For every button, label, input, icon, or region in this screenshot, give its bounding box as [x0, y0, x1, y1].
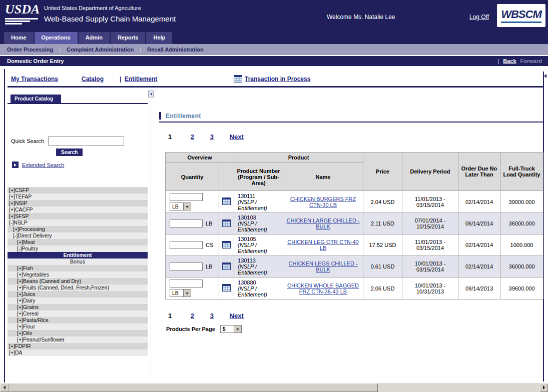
- product-number: 130880: [238, 280, 279, 286]
- uom-select[interactable]: LB: [170, 202, 191, 210]
- quantity-input[interactable]: [170, 241, 203, 249]
- scroll-right-button[interactable]: [539, 384, 548, 392]
- tree-item-tefap[interactable]: [+]TEFAP: [8, 194, 148, 200]
- program-subarea: (NSLP / Entitlement): [238, 199, 279, 211]
- product-name-link[interactable]: CHICKEN LEG QTR CTN-40 LB: [287, 239, 358, 251]
- add-to-transaction-icon[interactable]: [222, 262, 231, 270]
- tab-admin[interactable]: Admin: [79, 32, 110, 44]
- transaction-in-process-icon[interactable]: [234, 75, 242, 82]
- extended-search-link[interactable]: Extended Search: [22, 162, 64, 168]
- tree-item-fish[interactable]: [+]Fish: [8, 265, 148, 272]
- product-catalog-header: Product Catalog: [8, 90, 148, 104]
- product-row: LB 130113 (NSLP / Entitlement) CHICKEN L…: [166, 256, 543, 278]
- tab-operations[interactable]: Operations: [35, 32, 78, 44]
- quantity-input[interactable]: [170, 280, 203, 288]
- order-due-value: 02/14/2014: [458, 191, 500, 213]
- log-off-link[interactable]: Log Off: [469, 14, 489, 20]
- scroll-thumb[interactable]: [9, 384, 378, 392]
- add-to-transaction-icon[interactable]: [222, 284, 231, 292]
- tree-item-grains[interactable]: [+]Grains: [8, 304, 148, 310]
- uom-select[interactable]: LB: [170, 289, 191, 297]
- quantity-input[interactable]: [170, 193, 203, 201]
- entitlement-link[interactable]: Entitlement: [125, 76, 157, 82]
- search-button[interactable]: Search: [56, 148, 83, 156]
- tree-item-entitlement-selected[interactable]: Entitlement: [8, 252, 148, 258]
- horizontal-scrollbar[interactable]: [0, 383, 548, 392]
- tree-item-processing[interactable]: [+]Processing: [8, 226, 148, 232]
- tree-item-peanut-sunflower[interactable]: [+]Peanut/Sunflower: [8, 336, 148, 343]
- tree-item-bonus[interactable]: Bonus: [8, 258, 148, 265]
- page-next-link[interactable]: Next: [230, 312, 244, 320]
- tab-reports[interactable]: Reports: [111, 32, 146, 44]
- extended-search-arrow-icon[interactable]: [12, 162, 19, 168]
- product-name-link[interactable]: CHICKEN WHOLE BAGGED FRZ CTN-36-43 LB: [287, 282, 359, 294]
- tab-help[interactable]: Help: [146, 32, 172, 44]
- full-truck-value: 39000.000: [500, 191, 543, 213]
- tree-item-vegetables[interactable]: [+]Vegetables: [8, 272, 148, 278]
- products-per-page-select[interactable]: 5: [220, 325, 242, 333]
- tree-item-nslp[interactable]: [-]NSLP: [8, 220, 148, 226]
- page-2-link[interactable]: 2: [191, 312, 194, 320]
- app-title: Web-Based Supply Chain Management: [44, 14, 176, 23]
- order-due-value: 02/14/2014: [458, 234, 500, 256]
- tree-item-cereal[interactable]: [+]Cereal: [8, 310, 148, 317]
- tree-item-flour[interactable]: [+]Flour: [8, 324, 148, 330]
- tree-item-csfp[interactable]: [+]CSFP: [8, 187, 148, 194]
- subnav-recall-administration[interactable]: Recall Administration: [145, 46, 206, 52]
- tree-item-dairy[interactable]: [+]Dairy: [8, 298, 148, 304]
- tree-item-beans[interactable]: [+]Beans (Canned and Dry): [8, 278, 148, 284]
- tree-item-sfsp[interactable]: [+]SFSP: [8, 213, 148, 220]
- tab-home[interactable]: Home: [4, 32, 34, 44]
- back-link[interactable]: Back: [503, 58, 516, 64]
- tree-item-fruits[interactable]: [+]Fruits (Canned, Dried, Fresh,Frozen): [8, 284, 148, 291]
- tree-item-poultry[interactable]: [-]Poultry: [8, 246, 148, 252]
- catalog-link[interactable]: Catalog: [82, 76, 104, 82]
- add-to-transaction-icon[interactable]: [222, 198, 231, 205]
- product-name-link[interactable]: CHICKEN LEGS CHILLED - BULK: [288, 260, 357, 272]
- page-next-link[interactable]: Next: [230, 133, 244, 140]
- product-row: LB 130111 (NSLP / Entitlement) CHICKEN B…: [166, 191, 543, 213]
- quantity-input[interactable]: [170, 262, 203, 270]
- product-group-header: Product: [234, 152, 363, 163]
- page-3-link[interactable]: 3: [210, 133, 214, 140]
- tree-item-fdpir[interactable]: [+]FDPIR: [8, 343, 148, 350]
- price-value: 17.52 USD: [363, 234, 402, 256]
- extended-search-row: Extended Search: [12, 162, 64, 168]
- uom-value: LB: [170, 290, 183, 296]
- tree-item-oils[interactable]: [+]Oils: [8, 330, 148, 336]
- tree-item-meat[interactable]: [+]Meat: [8, 239, 148, 246]
- transaction-in-process-link[interactable]: Transaction in Process: [245, 76, 310, 82]
- product-name-link[interactable]: CHICKEN LARGE CHILLED - BULK: [286, 218, 359, 230]
- delivery-period-value: 10/01/2013 - 10/31/2013: [402, 278, 458, 300]
- add-to-transaction-icon[interactable]: [222, 241, 231, 248]
- quantity-input[interactable]: [170, 220, 203, 228]
- my-transactions-link[interactable]: My Transactions: [11, 76, 58, 82]
- welcome-text: Welcome Ms. Natalie Lee: [327, 14, 395, 20]
- subnav-bar: Order Processing | Complaint Administrat…: [0, 44, 548, 55]
- page-2-link[interactable]: 2: [191, 133, 194, 140]
- subnav-complaint-administration[interactable]: Complaint Administration: [65, 46, 136, 52]
- products-per-page-value: 5: [221, 326, 234, 332]
- full-truck-value: 1000.000: [500, 234, 543, 256]
- program-subarea: (NSLP / Entitlement): [238, 286, 279, 298]
- product-catalog-sidebar: Product Catalog Quick Search Search Exte…: [8, 90, 148, 382]
- scroll-left-button[interactable]: [0, 384, 9, 392]
- subnav-order-processing[interactable]: Order Processing: [0, 46, 55, 52]
- product-catalog-tree: [+]CSFP [+]TEFAP [+]NSIP [+]CACFP [+]SFS…: [8, 187, 148, 356]
- price-header: Price: [363, 152, 402, 191]
- sidebar-collapse-icon[interactable]: [148, 90, 154, 98]
- entitlement-products-table: Overview Product Price Delivery Period O…: [165, 152, 543, 300]
- product-name-link[interactable]: CHICKEN BURGERS FRZ CTN-30 LB: [290, 196, 356, 208]
- tree-item-da[interactable]: [+]DA: [8, 350, 148, 356]
- add-to-transaction-icon[interactable]: [222, 220, 231, 227]
- tree-item-pasta-rice[interactable]: [+]Pasta/Rice: [8, 317, 148, 324]
- pagebar-separator: |: [497, 58, 499, 64]
- quick-search-input[interactable]: [48, 136, 124, 146]
- tree-item-cacfp[interactable]: [+]CACFP: [8, 206, 148, 213]
- tree-item-juice[interactable]: [+]Juice: [8, 291, 148, 298]
- pane-splitter[interactable]: [151, 99, 151, 379]
- tree-item-direct-delivery[interactable]: [-]Direct Delivery: [8, 232, 148, 239]
- page-3-link[interactable]: 3: [210, 312, 214, 320]
- tree-item-nsip[interactable]: [+]NSIP: [8, 200, 148, 206]
- panel-collapse-icon[interactable]: [544, 73, 548, 78]
